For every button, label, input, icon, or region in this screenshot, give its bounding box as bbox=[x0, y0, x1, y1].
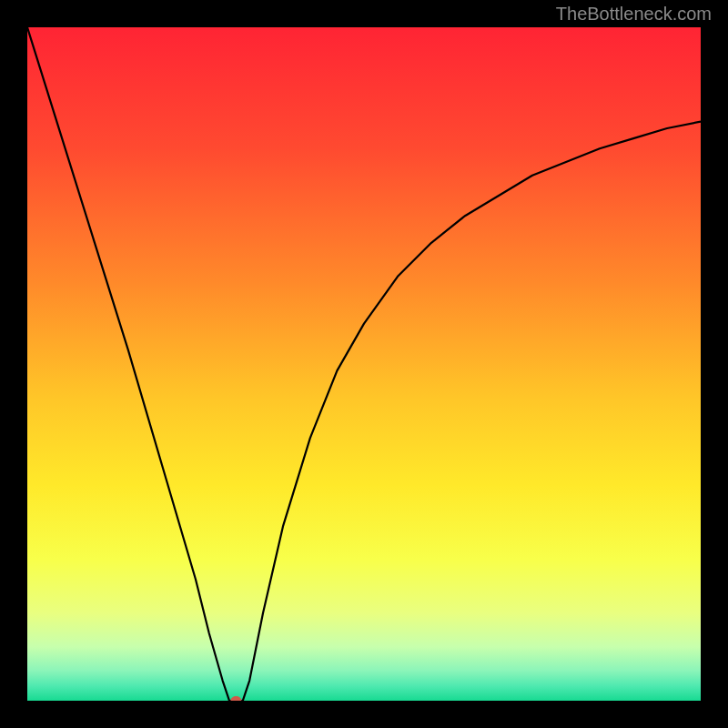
chart-curve-layer bbox=[27, 27, 701, 701]
optimal-point-marker bbox=[230, 696, 241, 701]
watermark-text: TheBottleneck.com bbox=[556, 4, 712, 25]
chart-plot-area bbox=[27, 27, 701, 701]
bottleneck-curve bbox=[27, 27, 701, 701]
